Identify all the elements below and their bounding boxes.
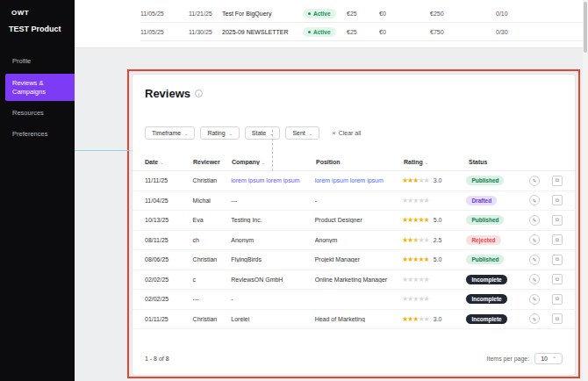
campaign-price: €25 bbox=[347, 11, 379, 17]
edit-review-button[interactable]: ✎ bbox=[529, 274, 540, 284]
star-empty-icon: ★★ bbox=[418, 236, 428, 244]
review-rating: ★★★★★ 3.0 bbox=[402, 315, 466, 323]
status-badge: Incomplete bbox=[466, 275, 506, 284]
edit-icon: ✎ bbox=[532, 198, 536, 204]
star-empty-icon: ★★ bbox=[418, 315, 428, 323]
star-filled-icon: ★★★★★ bbox=[402, 255, 429, 263]
review-position: Product Designer bbox=[315, 217, 402, 223]
copy-review-button[interactable]: ⧉ bbox=[552, 195, 563, 205]
table-row: 11/11/25 Christian lorem ipsum lorem ips… bbox=[133, 171, 575, 191]
campaign-progress: 0/10 bbox=[496, 11, 531, 17]
review-company: ReviewsON GmbH bbox=[231, 277, 314, 283]
edit-review-button[interactable]: ✎ bbox=[529, 255, 540, 265]
copy-icon: ⧉ bbox=[556, 296, 559, 302]
copy-review-button[interactable]: ⧉ bbox=[552, 215, 563, 226]
review-rating: ★★★★★ 2.5 bbox=[402, 236, 466, 244]
review-company: FlyingBirds bbox=[231, 256, 314, 262]
column-header-date[interactable]: Date⌄ bbox=[145, 159, 193, 165]
edit-review-button[interactable]: ✎ bbox=[529, 215, 540, 226]
rating-value: 3.0 bbox=[434, 316, 442, 322]
edit-icon: ✎ bbox=[532, 177, 536, 183]
star-empty-icon: ★★ bbox=[418, 176, 428, 184]
review-rating: ★★★★★ 5.0 bbox=[402, 216, 466, 224]
info-icon[interactable]: i bbox=[195, 90, 203, 97]
chevron-down-icon: ⌄ bbox=[269, 131, 273, 136]
copy-review-button[interactable]: ⧉ bbox=[552, 176, 563, 186]
review-reviewer: Christian bbox=[193, 256, 232, 262]
campaign-name: Test For BigQuery bbox=[222, 11, 303, 17]
edit-review-button[interactable]: ✎ bbox=[529, 294, 540, 305]
rating-filter-button[interactable]: Rating⌄ bbox=[200, 126, 239, 140]
review-company-link[interactable]: lorem ipsum lorem ipsum bbox=[231, 177, 314, 183]
edit-icon: ✎ bbox=[532, 256, 536, 262]
clear-all-button[interactable]: ×Clear all bbox=[332, 129, 361, 137]
review-reviewer: --- bbox=[193, 296, 232, 302]
copy-review-button[interactable]: ⧉ bbox=[552, 255, 563, 265]
rating-value: 5.0 bbox=[434, 256, 442, 262]
sidebar-item-preferences[interactable]: Preferences bbox=[0, 124, 75, 145]
review-position-link[interactable]: lorem ipsum lorem ipsum bbox=[315, 177, 402, 183]
table-header: Date⌄ Reviewer Company⌄ Position Rating⌄… bbox=[133, 154, 575, 171]
chevron-down-icon: ⌄ bbox=[309, 131, 312, 136]
edit-review-button[interactable]: ✎ bbox=[529, 313, 540, 324]
rating-value: 5.0 bbox=[434, 217, 442, 223]
reviews-card: Reviews i Timeframe⌄ Rating⌄ State⌄ Sent… bbox=[132, 74, 576, 376]
column-header-reviewer[interactable]: Reviewer bbox=[193, 159, 232, 165]
items-per-page-select[interactable]: 10 ⌃ bbox=[534, 353, 563, 364]
chevron-down-icon: ⌄ bbox=[229, 131, 233, 136]
sidebar-item-resources[interactable]: Resources bbox=[0, 103, 75, 124]
status-badge: Published bbox=[466, 176, 504, 185]
review-date: 10/13/25 bbox=[145, 217, 193, 223]
app-logo: OWT bbox=[11, 9, 29, 17]
filter-bar: Timeframe⌄ Rating⌄ State⌄ Sent⌄ ×Clear a… bbox=[133, 126, 575, 140]
copy-icon: ⧉ bbox=[556, 217, 559, 223]
copy-review-button[interactable]: ⧉ bbox=[552, 313, 563, 324]
review-date: 02/02/25 bbox=[145, 277, 193, 283]
column-header-position[interactable]: Position bbox=[316, 159, 404, 165]
edit-review-button[interactable]: ✎ bbox=[529, 176, 540, 186]
star-filled-icon: ★★★ bbox=[402, 315, 419, 323]
copy-icon: ⧉ bbox=[556, 198, 559, 204]
state-filter-button[interactable]: State⌄ bbox=[245, 126, 281, 140]
review-date: 11/04/25 bbox=[145, 198, 193, 204]
rating-value: 3.0 bbox=[434, 177, 442, 183]
status-badge: Active bbox=[303, 9, 336, 18]
campaign-row: 11/05/25 11/21/25 Test For BigQuery Acti… bbox=[140, 4, 588, 23]
star-empty-icon: ★★★★★ bbox=[402, 197, 429, 205]
sort-icon: ⌄ bbox=[425, 160, 428, 165]
review-company: Anonym bbox=[231, 237, 314, 243]
review-reviewer: Eva bbox=[193, 217, 232, 223]
column-header-status[interactable]: Status bbox=[469, 159, 520, 165]
campaign-row: 11/05/25 11/30/25 2025-09 NEWSLETTER Act… bbox=[140, 23, 588, 41]
review-date: 01/11/25 bbox=[145, 316, 193, 322]
copy-review-button[interactable]: ⧉ bbox=[552, 274, 563, 284]
timeframe-filter-button[interactable]: Timeframe⌄ bbox=[145, 126, 195, 140]
items-per-page-label: Items per page: bbox=[487, 356, 530, 362]
edit-icon: ✎ bbox=[532, 296, 536, 302]
scrollbar-thumb[interactable] bbox=[584, 2, 587, 53]
copy-icon: ⧉ bbox=[556, 277, 559, 283]
copy-icon: ⧉ bbox=[556, 237, 559, 243]
review-company: - bbox=[231, 296, 314, 302]
review-company: Testing Inc. bbox=[231, 217, 314, 223]
review-reviewer: Christian bbox=[193, 177, 232, 183]
column-header-company[interactable]: Company⌄ bbox=[232, 159, 316, 165]
copy-review-button[interactable]: ⧉ bbox=[552, 294, 563, 305]
star-filled-icon: ★★★ bbox=[402, 176, 419, 184]
copy-review-button[interactable]: ⧉ bbox=[552, 234, 563, 245]
edit-review-button[interactable]: ✎ bbox=[529, 195, 540, 205]
edit-icon: ✎ bbox=[532, 237, 536, 243]
campaign-budget: €250 bbox=[430, 11, 496, 17]
sent-filter-button[interactable]: Sent⌄ bbox=[285, 126, 319, 140]
scrollbar[interactable] bbox=[583, 0, 588, 381]
status-badge: Published bbox=[466, 215, 504, 225]
campaign-price: €25 bbox=[347, 29, 379, 35]
sidebar-item-profile[interactable]: Profile bbox=[0, 51, 75, 72]
status-badge: Active bbox=[303, 27, 336, 37]
edit-review-button[interactable]: ✎ bbox=[529, 234, 540, 245]
column-header-rating[interactable]: Rating⌄ bbox=[404, 159, 469, 165]
review-position: - bbox=[315, 198, 402, 204]
sidebar-item-reviews-campaigns[interactable]: Reviews & Campaigns bbox=[5, 74, 75, 102]
review-reviewer: c bbox=[193, 277, 232, 283]
edit-icon: ✎ bbox=[532, 277, 536, 283]
